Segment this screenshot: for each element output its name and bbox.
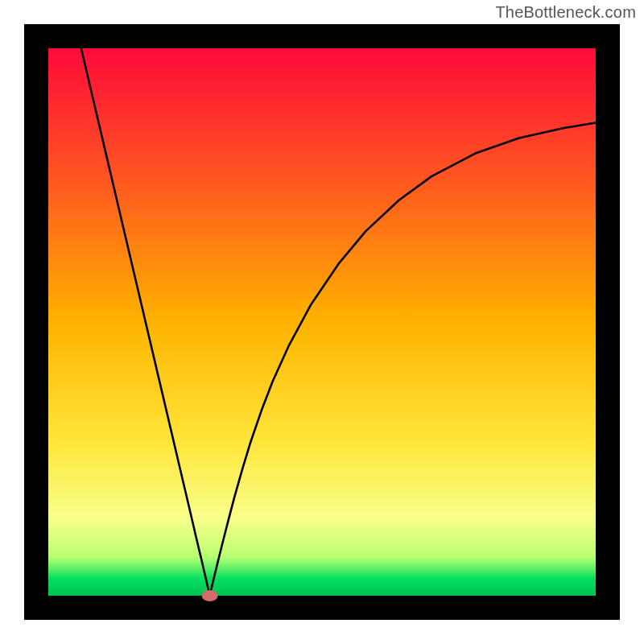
chart-svg (0, 0, 644, 644)
watermark-text: TheBottleneck.com (495, 3, 636, 22)
plot-background (48, 48, 596, 596)
chart-container: TheBottleneck.com (0, 0, 644, 644)
minimum-marker (202, 590, 218, 601)
